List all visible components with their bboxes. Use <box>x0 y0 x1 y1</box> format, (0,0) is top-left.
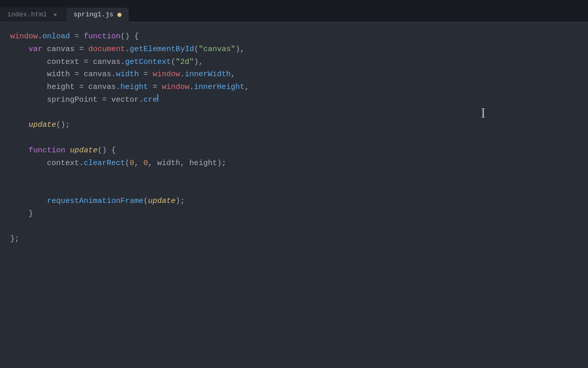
token-function2: function <box>29 145 65 157</box>
token-height-var: height <box>47 81 75 94</box>
token-window: window <box>10 31 38 43</box>
code-line-7 <box>0 107 588 120</box>
token-window2: window <box>153 68 180 81</box>
code-line-16 <box>0 220 588 233</box>
code-line-9 <box>0 132 588 145</box>
token-innerheight: innerHeight <box>194 81 244 94</box>
token-width-prop: width <box>116 68 139 81</box>
code-line-11: context.clearRect(0, 0, width, height); <box>0 157 588 170</box>
editor-area[interactable]: window.onload = function() { var canvas … <box>0 21 588 368</box>
token-update-fn: update <box>70 145 97 157</box>
token-window3: window <box>162 81 189 94</box>
token-clearrect: clearRect <box>84 157 125 170</box>
token-num0a: 0 <box>130 157 134 170</box>
code-line-1: window.onload = function() { <box>0 31 588 43</box>
token-onload: onload <box>42 31 70 43</box>
token-function: function <box>84 31 120 43</box>
code-line-17: }; <box>0 233 588 246</box>
code-line-12 <box>0 170 588 182</box>
token-getbyid: getElementById <box>130 43 194 56</box>
code-line-8: update(); <box>0 119 588 132</box>
token-canvas-var: canvas <box>47 43 75 56</box>
mouse-cursor-icon: I <box>481 105 485 121</box>
token-raf: requestAnimationFrame <box>47 195 143 208</box>
code-line-10: function update() { <box>0 145 588 157</box>
token-2d-str: "2d" <box>176 56 194 69</box>
tab-spring-js[interactable]: spring1.js <box>66 8 129 21</box>
token-document: document <box>88 43 125 56</box>
token-height-prop: height <box>120 81 148 94</box>
code-line-15: } <box>0 208 588 221</box>
token-num0b: 0 <box>143 157 148 170</box>
tab-label: index.html <box>7 11 47 18</box>
token-getcontext: getContext <box>125 56 171 69</box>
token-var: var <box>29 43 42 56</box>
token-innerwidth: innerWidth <box>185 68 231 81</box>
token-cre: cre <box>143 94 157 107</box>
tab-index-html[interactable]: index.html ✕ <box>0 7 66 21</box>
code-line-14: requestAnimationFrame(update); <box>0 195 588 208</box>
unsaved-dot-icon <box>117 13 121 17</box>
code-line-2: var canvas = document.getElementById("ca… <box>0 43 588 56</box>
tab-close-icon[interactable]: ✕ <box>51 10 59 18</box>
code-line-3: context = canvas.getContext("2d"), <box>0 56 588 69</box>
code-line-4: width = canvas.width = window.innerWidth… <box>0 68 588 81</box>
token-update-call: update <box>29 119 56 132</box>
code-line-13 <box>0 182 588 195</box>
text-cursor <box>157 94 158 102</box>
tab-label: spring1.js <box>74 11 113 18</box>
code-line-5: height = canvas.height = window.innerHei… <box>0 81 588 94</box>
code-line-6: springPoint = vector.cre <box>0 94 588 107</box>
token-canvas-str: "canvas" <box>199 43 235 56</box>
tab-bar: index.html ✕ spring1.js <box>0 0 588 21</box>
token-update-arg: update <box>148 195 176 208</box>
